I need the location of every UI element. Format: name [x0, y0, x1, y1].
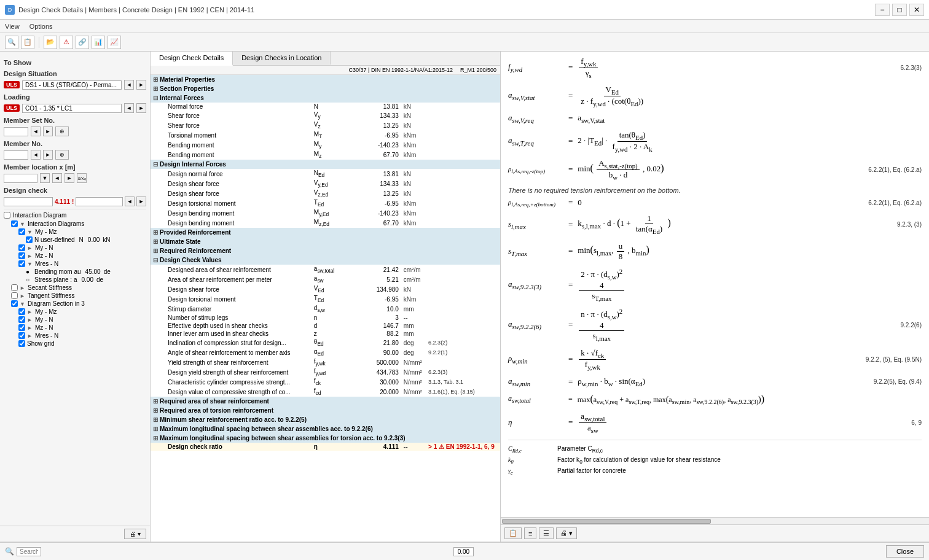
tree-check-show-grid[interactable] [18, 340, 25, 347]
group-design-check-values[interactable]: ⊟Design Check Values [151, 255, 500, 265]
tree-expand-mz-n[interactable]: ► [27, 253, 33, 259]
formula-btn-4[interactable]: 🖨 ▾ [556, 527, 577, 539]
tree-item-mres-n2[interactable]: ► Mres - N [4, 332, 146, 340]
dc-next-btn[interactable]: ► [136, 196, 146, 206]
tree-expand-diagram-section[interactable]: ▼ [20, 301, 26, 307]
tree-check-my-n[interactable] [18, 244, 25, 251]
location-abs-btn[interactable]: x/x₀ [77, 173, 87, 183]
loading-next-btn[interactable]: ► [136, 103, 146, 113]
expand-dcv[interactable]: ⊟ [153, 257, 158, 263]
tree-check-mres-n1[interactable] [18, 260, 25, 267]
member-no-input[interactable]: 1 [4, 150, 28, 160]
member-prev-btn[interactable]: ◄ [31, 150, 41, 160]
location-dropdown-btn[interactable]: ▼ [40, 173, 50, 183]
tree-item-secant[interactable]: ► Secant Stiffness [4, 284, 146, 292]
tree-item-my-n2[interactable]: ► My - N [4, 316, 146, 324]
minimize-button[interactable]: − [875, 4, 890, 16]
tree-item-bending-mom[interactable]: ● Bending mom au 45.00 de [4, 268, 146, 276]
tree-check-mz-n2[interactable] [18, 324, 25, 331]
tree-expand-mres-n2[interactable]: ► [27, 333, 33, 339]
scrollbar-thumb-h[interactable] [502, 519, 711, 524]
group-material-properties[interactable]: ⊞Material Properties [151, 75, 500, 84]
tree-check-interaction[interactable] [11, 220, 18, 227]
tree-item-show-grid[interactable]: Show grid [4, 340, 146, 348]
group-req-torsion[interactable]: ⊞Required area of torsion reinforcement [151, 406, 500, 415]
tree-item-mres-n1[interactable]: ▼ Mres - N [4, 260, 146, 268]
close-window-button[interactable]: ✕ [909, 4, 924, 16]
tree-check-secant[interactable] [11, 284, 18, 291]
tree-item-interaction-diagrams[interactable]: ▼ Interaction Diagrams [4, 220, 146, 228]
member-set-next-btn[interactable]: ► [43, 126, 53, 136]
maximize-button[interactable]: □ [892, 4, 907, 16]
location-next-btn[interactable]: ► [65, 173, 74, 183]
group-design-internal[interactable]: ⊟Design Internal Forces [151, 160, 500, 169]
tree-expand-my-mz[interactable]: ▼ [27, 229, 33, 235]
toolbar-btn-7[interactable]: 📈 [108, 36, 121, 49]
ds-combo[interactable]: DS1 - ULS (STR/GEO) - Perma... [22, 80, 122, 90]
group-max-long-torsion[interactable]: ⊞Maximum longitudinal spacing between sh… [151, 434, 500, 443]
menu-view[interactable]: View [5, 23, 20, 30]
member-set-pick-btn[interactable]: ⊕ [55, 126, 69, 136]
search-input[interactable] [17, 547, 41, 556]
expand-internal[interactable]: ⊟ [153, 95, 158, 101]
tree-expand-interaction[interactable]: ▼ [20, 221, 26, 227]
group-req-shear[interactable]: ⊞Required area of shear reinforcement [151, 397, 500, 406]
toolbar-btn-1[interactable]: 🔍 [5, 36, 18, 49]
tree-item-my-n[interactable]: ► My - N [4, 244, 146, 252]
tree-item-my-mz2[interactable]: ► My - Mz [4, 308, 146, 316]
member-next-btn[interactable]: ► [43, 150, 53, 160]
tree-check-n-user[interactable] [26, 236, 33, 243]
formula-btn-1[interactable]: 📋 [504, 527, 522, 539]
tree-item-n-userdefined[interactable]: N user-defined N 0.00 kN [4, 236, 146, 244]
toolbar-btn-3[interactable]: 📂 [44, 36, 57, 49]
tree-expand-secant[interactable]: ► [20, 285, 26, 291]
member-set-input[interactable]: -- [4, 127, 28, 136]
tree-check-mz-n[interactable] [18, 252, 25, 259]
menu-options[interactable]: Options [29, 23, 53, 30]
tree-item-tangent[interactable]: ► Tangent Stiffness [4, 292, 146, 300]
formula-btn-2[interactable]: ≡ [524, 527, 536, 539]
loading-combo[interactable]: CO1 - 1.35 * LC1 [22, 104, 122, 113]
tree-expand-tangent[interactable]: ► [20, 293, 26, 299]
toolbar-btn-4[interactable]: ⚠ [60, 36, 73, 49]
tree-expand-my-mz2[interactable]: ► [27, 309, 33, 315]
expand-req-torsion[interactable]: ⊞ [153, 407, 158, 414]
expand-required[interactable]: ⊞ [153, 247, 158, 254]
close-button[interactable]: Close [886, 545, 924, 558]
tree-item-stress-plane[interactable]: ○ Stress plane : a 0.00 de [4, 276, 146, 284]
tab-design-checks-location[interactable]: Design Checks in Location [233, 52, 331, 65]
tree-radio-bending[interactable]: ● [26, 268, 33, 275]
member-location-input[interactable]: 3.600 [4, 174, 37, 183]
tree-item-diagram-section[interactable]: ▼ Diagram Section in 3 [4, 300, 146, 308]
toolbar-btn-6[interactable]: 📊 [92, 36, 105, 49]
toolbar-btn-2[interactable]: 📋 [21, 36, 34, 49]
dc-prev-btn[interactable]: ◄ [125, 196, 135, 206]
expand-design-internal[interactable]: ⊟ [153, 161, 158, 168]
expand-ultimate[interactable]: ⊞ [153, 238, 158, 245]
member-pick-btn[interactable]: ⊕ [55, 150, 69, 160]
tree-expand-my-n2[interactable]: ► [27, 317, 33, 323]
group-required-reinforcement[interactable]: ⊞Required Reinforcement [151, 246, 500, 255]
tree-expand-my-n[interactable]: ► [27, 245, 33, 251]
formula-scrollbar-h[interactable] [501, 517, 929, 524]
tree-expand-mz-n2[interactable]: ► [27, 325, 33, 331]
toolbar-btn-5[interactable]: 🔗 [76, 36, 89, 49]
ds-next-btn[interactable]: ► [136, 80, 146, 90]
group-ultimate-state[interactable]: ⊞Ultimate State [151, 237, 500, 246]
loading-prev-btn[interactable]: ◄ [124, 103, 134, 113]
group-max-long-shear[interactable]: ⊞Maximum longitudinal spacing between sh… [151, 424, 500, 434]
group-section-properties[interactable]: ⊞Section Properties [151, 84, 500, 93]
expand-req-shear[interactable]: ⊞ [153, 398, 158, 405]
tab-design-check-details[interactable]: Design Check Details [151, 52, 233, 66]
tree-expand-mres-n1[interactable]: ▼ [27, 261, 33, 267]
tree-check-my-n2[interactable] [18, 316, 25, 323]
location-prev-btn[interactable]: ◄ [52, 173, 62, 183]
ds-prev-btn[interactable]: ◄ [124, 80, 134, 90]
tree-check-my-mz2[interactable] [18, 308, 25, 315]
expand-provided[interactable]: ⊞ [153, 229, 158, 236]
group-provided-reinforcement[interactable]: ⊞Provided Reinforcement [151, 228, 500, 237]
tree-check-my-mz[interactable] [18, 228, 25, 235]
tree-item-mz-n2[interactable]: ► Mz - N [4, 324, 146, 332]
interaction-diagram-checkbox[interactable] [4, 212, 10, 219]
expand-max-long-torsion[interactable]: ⊞ [153, 435, 158, 441]
